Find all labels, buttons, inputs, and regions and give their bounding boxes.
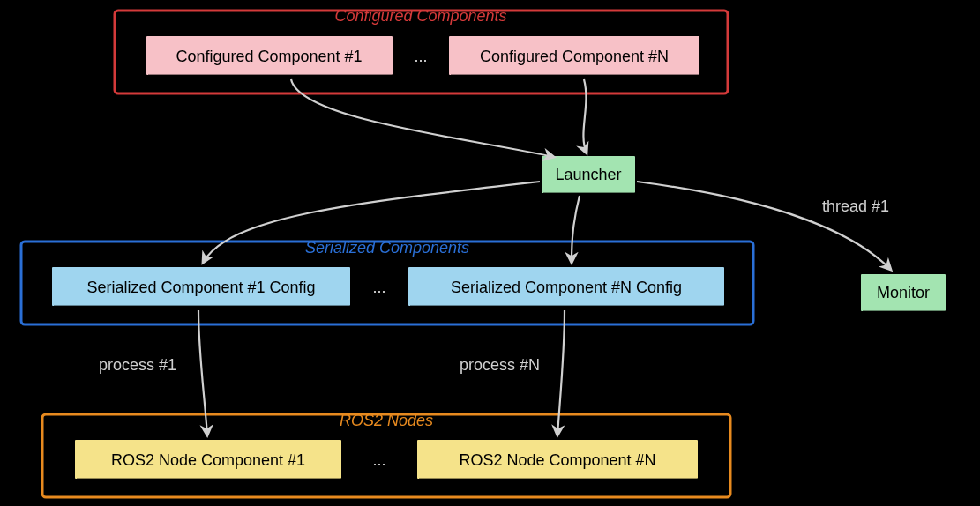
node-monitor-label: Monitor [877,284,930,301]
diagram-canvas: Configured Components Configured Compone… [0,0,980,506]
svg-rect-6 [543,192,639,196]
group-configured: Configured Components Configured Compone… [115,7,728,93]
node-configured-component-n: Configured Component #N [448,35,703,78]
edge-ser1-to-ros1 [198,310,207,435]
node-ros2-component-1: ROS2 Node Component #1 [74,439,345,481]
ellipsis-serialized: ... [372,279,385,296]
svg-rect-16 [77,478,345,481]
edge-processn-label: process #N [460,356,540,374]
node-serialized-component-1: Serialized Component #1 Config [51,266,354,309]
node-configured-component-n-label: Configured Component #N [480,48,669,65]
node-ros2-component-n: ROS2 Node Component #N [416,439,701,481]
svg-rect-4 [451,74,703,78]
edge-launcher-to-sern [572,196,580,263]
svg-rect-2 [148,74,396,78]
edge-launcher-to-monitor [637,182,891,270]
edge-process1-label: process #1 [99,356,176,374]
group-serialized-title: Serialized Components [305,239,469,257]
ellipsis-ros2: ... [372,451,385,469]
node-configured-component-1: Configured Component #1 [146,35,396,78]
edge-conf1-to-launcher [291,79,554,157]
node-ros2-component-n-label: ROS2 Node Component #N [459,451,655,469]
group-ros2: ROS2 Nodes ROS2 Node Component #1 ... RO… [42,412,730,497]
node-serialized-component-n: Serialized Component #N Config [408,266,728,309]
node-serialized-component-1-label: Serialized Component #1 Config [86,279,315,296]
group-serialized: Serialized Components Serialized Compone… [21,239,753,324]
edge-confn-to-launcher [583,79,587,153]
node-ros2-component-1-label: ROS2 Node Component #1 [111,451,305,469]
node-monitor: Monitor [860,273,949,314]
svg-rect-18 [419,478,701,481]
group-ros2-title: ROS2 Nodes [340,412,433,429]
node-launcher-label: Launcher [555,166,621,183]
edge-thread1-label: thread #1 [822,197,889,215]
ellipsis-configured: ... [414,48,427,65]
svg-rect-13 [410,305,728,309]
group-configured-title: Configured Components [334,7,506,25]
svg-rect-8 [863,310,949,314]
node-serialized-component-n-label: Serialized Component #N Config [451,279,682,296]
svg-rect-11 [54,305,354,309]
node-launcher: Launcher [541,155,639,196]
edge-sern-to-rosn [557,310,565,435]
node-configured-component-1-label: Configured Component #1 [176,48,362,65]
